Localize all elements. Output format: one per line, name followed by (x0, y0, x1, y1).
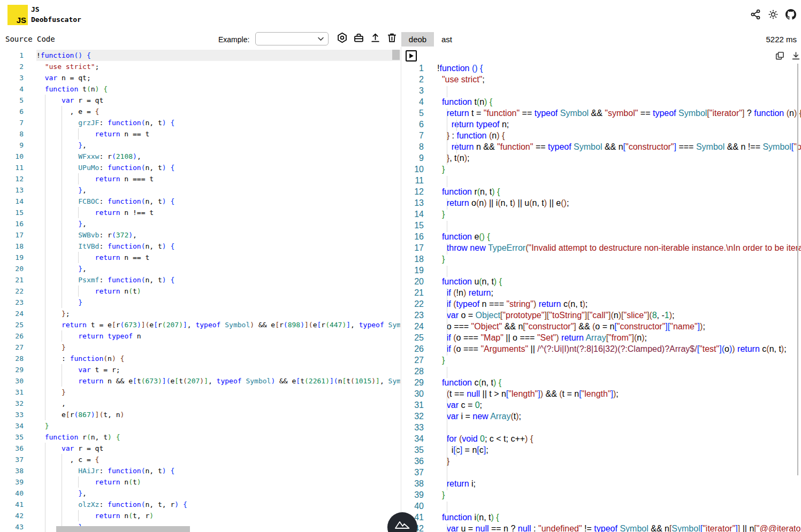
code-line[interactable]: } : function (n) { (437, 131, 801, 142)
beautify-button[interactable] (352, 32, 365, 45)
code-line[interactable]: }, (36, 184, 400, 196)
output-editor[interactable]: 1234567891011121314151617181920212223242… (401, 64, 801, 532)
source-vertical-scrollbar[interactable] (392, 50, 400, 60)
code-line[interactable]: return n && e[t(673)](e[t(207)], typeof … (36, 375, 400, 387)
code-line[interactable]: } (437, 165, 801, 176)
code-line[interactable]: }, (36, 218, 400, 229)
code-line[interactable]: function t(n) { (36, 83, 400, 95)
code-line[interactable]: }, (36, 140, 400, 151)
code-line[interactable]: for (void 0; c < t; c++) { (437, 434, 801, 445)
code-line[interactable]: } (437, 490, 801, 502)
code-line[interactable]: return n && "function" == typeof Symbol … (437, 142, 801, 153)
clear-button[interactable] (385, 32, 398, 45)
code-line[interactable]: var n = qt; (36, 72, 400, 83)
code-line[interactable]: UPuMo: function(n, t) { (36, 162, 400, 173)
run-button[interactable] (406, 50, 417, 61)
code-line[interactable]: return typeof n; (437, 120, 801, 131)
code-line[interactable]: return i; (437, 479, 801, 490)
code-line[interactable]: var t = r; (36, 364, 400, 375)
code-line[interactable]: } (437, 255, 801, 266)
code-line[interactable]: "use strict"; (36, 61, 400, 72)
code-line[interactable]: } (437, 356, 801, 367)
code-line[interactable]: }, t(n); (437, 153, 801, 165)
code-line[interactable]: function r(n, t) { (437, 187, 801, 198)
code-line[interactable]: return t = e[r(673)](e[r(207)], typeof S… (36, 319, 400, 330)
code-line[interactable] (437, 502, 801, 513)
code-line[interactable] (437, 266, 801, 277)
upload-button[interactable] (369, 32, 382, 45)
code-line[interactable]: function c(n, t) { (437, 378, 801, 389)
code-line[interactable]: return n == t (36, 252, 400, 263)
code-line[interactable]: grzJF: function(n, t) { (36, 117, 400, 128)
code-line[interactable]: } (437, 457, 801, 468)
code-line[interactable]: WFxxw: r(2108), (36, 151, 400, 162)
code-line[interactable]: var i = new Array(t); (437, 412, 801, 423)
code-line[interactable]: Psxmf: function(n, t) { (36, 274, 400, 286)
code-line[interactable]: , e = { (36, 106, 400, 117)
code-line[interactable]: var r = qt (36, 95, 400, 106)
download-button[interactable] (790, 51, 801, 61)
code-line[interactable]: } (36, 297, 400, 308)
code-line[interactable]: var o = Object["prototype"]["toString"][… (437, 311, 801, 322)
code-line[interactable]: if (!n) return; (437, 288, 801, 299)
code-line[interactable]: , (36, 398, 400, 409)
share-icon[interactable] (750, 9, 761, 20)
code-line[interactable]: } (36, 420, 400, 431)
code-line[interactable]: "use strict"; (437, 75, 801, 86)
code-line[interactable]: if (typeof n === "string") return c(n, t… (437, 299, 801, 311)
code-line[interactable] (437, 221, 801, 232)
code-line[interactable]: return n(t, r) (36, 510, 400, 521)
source-editor[interactable]: 1234567891011121314151617181920212223242… (0, 50, 400, 532)
code-line[interactable]: o === "Object" && n["constructor"] && (o… (437, 322, 801, 333)
code-line[interactable]: HAiJr: function(n, t) { (36, 465, 400, 476)
code-line[interactable] (437, 86, 801, 97)
code-line[interactable]: }, (36, 263, 400, 274)
code-line[interactable]: } (36, 342, 400, 353)
code-line[interactable]: function i(n, t) { (437, 513, 801, 524)
code-line[interactable]: return n === t (36, 173, 400, 184)
code-line[interactable]: var r = qt (36, 443, 400, 454)
code-line[interactable]: : function(n) { (36, 353, 400, 364)
example-select[interactable] (255, 32, 329, 45)
code-line[interactable]: var u = null == n ? null : "undefined" !… (437, 524, 801, 532)
output-code-area[interactable]: !function () { "use strict"; function t(… (427, 64, 801, 532)
tab-ast[interactable]: ast (434, 32, 460, 47)
code-line[interactable]: return typeof n (36, 330, 400, 342)
code-line[interactable]: !function () { (437, 64, 801, 75)
code-line[interactable]: (t == null || t > n["length"]) && (t = n… (437, 389, 801, 400)
source-code-area[interactable]: !function() { "use strict"; var n = qt; … (27, 50, 400, 532)
code-line[interactable]: }, (36, 488, 400, 499)
code-line[interactable]: if (o === "Arguments" || /^(?:Ui|I)nt(?:… (437, 344, 801, 356)
code-line[interactable]: i[c] = n[c]; (437, 445, 801, 457)
code-line[interactable]: function r(n, t) { (36, 431, 400, 443)
code-line[interactable]: return o(n) || i(n, t) || u(n, t) || e()… (437, 198, 801, 210)
output-vertical-scrollbar[interactable] (797, 64, 798, 475)
code-line[interactable]: , c = { (36, 454, 400, 465)
code-line[interactable]: throw new TypeError("Invalid attempt to … (437, 243, 801, 255)
code-line[interactable]: }; (36, 308, 400, 319)
code-line[interactable]: return n(t) (36, 476, 400, 488)
code-line[interactable]: return t = "function" == typeof Symbol &… (437, 109, 801, 120)
code-line[interactable]: e[r(867)](t, n) (36, 409, 400, 420)
code-line[interactable]: } (36, 387, 400, 398)
code-line[interactable]: FCBOC: function(n, t) { (36, 196, 400, 207)
copy-button[interactable] (774, 51, 785, 61)
theme-toggle-icon[interactable] (768, 9, 779, 20)
tab-deob[interactable]: deob (401, 32, 434, 47)
code-line[interactable]: !function() { (36, 50, 400, 61)
code-line[interactable]: if (o === "Map" || o === "Set") return A… (437, 333, 801, 344)
code-line[interactable] (437, 176, 801, 187)
code-line[interactable]: return n !== t (36, 207, 400, 218)
code-line[interactable]: } (437, 210, 801, 221)
code-line[interactable] (437, 468, 801, 479)
code-line[interactable]: return n == t (36, 128, 400, 140)
code-line[interactable]: function t(n) { (437, 97, 801, 109)
source-horizontal-scrollbar[interactable] (56, 526, 190, 532)
github-icon[interactable] (785, 9, 796, 20)
code-line[interactable]: function e() { (437, 232, 801, 243)
code-line[interactable]: var c = 0; (437, 400, 801, 412)
code-line[interactable]: olzXz: function(n, t, r) { (36, 499, 400, 510)
code-line[interactable]: SWBvb: r(372), (36, 229, 400, 241)
code-line[interactable] (437, 423, 801, 434)
code-line[interactable]: ItVBd: function(n, t) { (36, 241, 400, 252)
